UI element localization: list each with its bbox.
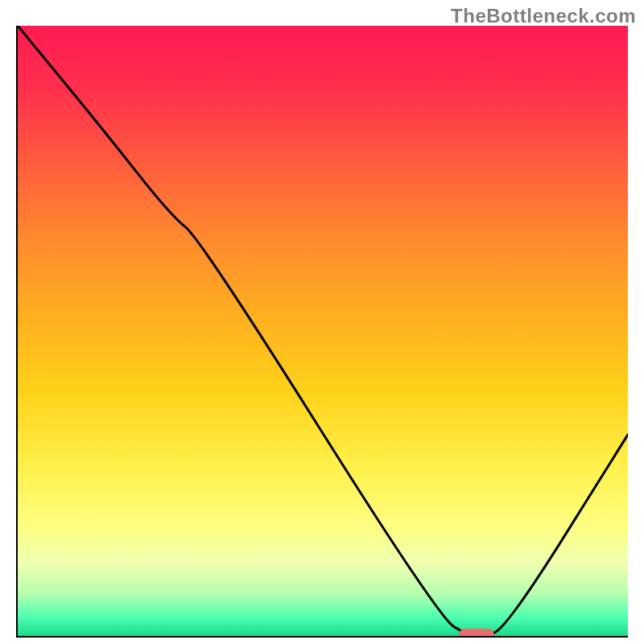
chart-container: TheBottleneck.com xyxy=(0,0,644,644)
curve-path xyxy=(18,26,628,636)
plot-area xyxy=(16,26,628,638)
bottleneck-curve xyxy=(18,26,628,636)
optimal-marker xyxy=(459,629,494,638)
watermark-text: TheBottleneck.com xyxy=(451,5,636,27)
